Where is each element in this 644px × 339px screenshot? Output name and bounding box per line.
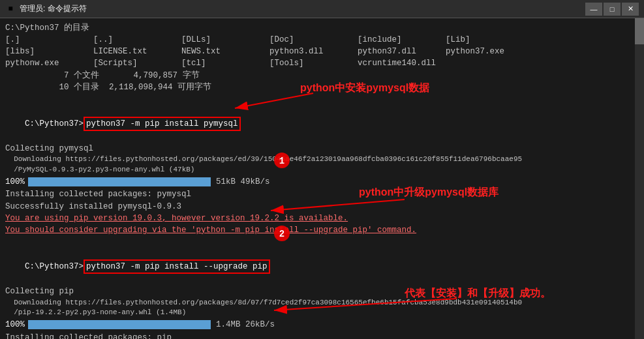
warning1: You are using pip version 19.0.3, howeve… [5, 213, 639, 224]
collecting1: Collecting pymysql [5, 143, 639, 155]
minimize-button[interactable]: — [585, 3, 602, 16]
progress1-bar-outer [28, 177, 211, 186]
scrollbar-thumb[interactable] [635, 18, 644, 44]
downloading2: Downloading https://files.pythonhosted.o… [5, 298, 639, 308]
cmd1-line: C:\Python37>python37 -m pip install pymy… [5, 105, 639, 143]
progress1: 100% 51kB 49kB/s [5, 176, 639, 188]
collecting2: Collecting pip [5, 286, 639, 297]
downloading1: Downloading https://files.pythonhosted.o… [5, 155, 639, 165]
downloading1b: /PyMySQL-0.9.3-py2.py3-none-any.whl (47k… [5, 165, 639, 175]
installed1: Successfully installed pymysql-0.9.3 [5, 201, 639, 213]
downloading2b: /pip-19.2.2-py2.py3-none-any.whl (1.4MB) [5, 308, 639, 318]
dir-count1: 7 个文件 4,790,857 字节 [5, 70, 639, 81]
progress1-bar-inner [28, 177, 211, 186]
progress2-bar-outer [28, 320, 211, 329]
close-button[interactable]: ✕ [622, 3, 639, 16]
cmd2-line: C:\Python37>python37 -m pip install --up… [5, 248, 639, 286]
prompt2: C:\Python37> [25, 262, 84, 271]
installing2: Installing collected packages: pip [5, 332, 639, 340]
prompt1: C:\Python37> [25, 119, 84, 128]
scrollbar[interactable] [635, 18, 644, 339]
dir-entry-1: [.] [..] [DLLs] [Doc] [include] [Lib] [5, 34, 639, 46]
titlebar-icon: ■ [5, 4, 16, 14]
installing1: Installing collected packages: pymysql [5, 188, 639, 200]
terminal: C:\Python37 的目录 [.] [..] [DLLs] [Doc] [i… [0, 18, 644, 339]
dir-entry-2: [libs] LICENSE.txt NEWS.txt python3.dll … [5, 46, 639, 57]
progress1-info: 51kB 49kB/s [216, 176, 270, 188]
dir-entry-3: pythonw.exe [Scripts] [tcl] [Tools] vcru… [5, 57, 639, 69]
cmd1-text: python37 -m pip install pymysql [84, 117, 241, 131]
progress2-info: 1.4MB 26kB/s [216, 319, 275, 331]
blank1 [5, 93, 639, 105]
titlebar-title: 管理员: 命令提示符 [20, 3, 585, 14]
maximize-button[interactable]: □ [604, 3, 621, 16]
progress2: 100% 1.4MB 26kB/s [5, 319, 639, 331]
dir-count2: 10 个目录 2,118,098,944 可用字节 [5, 81, 639, 93]
dir-line: C:\Python37 的目录 [5, 22, 639, 34]
titlebar: ■ 管理员: 命令提示符 — □ ✕ [0, 0, 644, 18]
progress1-pct: 100% [5, 176, 28, 188]
progress2-pct: 100% [5, 319, 28, 331]
progress2-bar-inner [28, 320, 211, 329]
blank2 [5, 236, 639, 248]
cmd2-text: python37 -m pip install --upgrade pip [84, 259, 270, 274]
warning2: You should consider upgrading via the 'p… [5, 224, 639, 236]
